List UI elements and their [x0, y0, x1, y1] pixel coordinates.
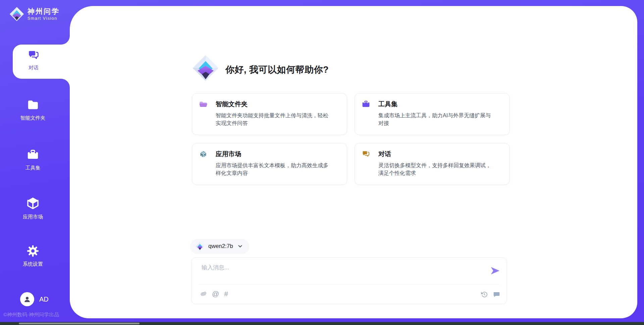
card-description: 灵活切换多模型文件，支持多样回复效果调试，满足个性化需求	[378, 161, 496, 177]
horizontal-scrollbar[interactable]	[0, 322, 644, 325]
brand-text: 神州问学 Smart Vision	[28, 7, 60, 21]
app-name: 神州问学	[28, 7, 60, 15]
greeting-title: 你好, 我可以如何帮助你?	[225, 64, 329, 76]
folder-icon	[26, 98, 40, 111]
sidebar-item-settings[interactable]: 系统设置	[0, 245, 66, 267]
sidebar-item-label: 对话	[16, 65, 51, 71]
card-title: 对话	[378, 150, 391, 158]
message-input[interactable]	[201, 263, 484, 283]
sidebar-item-smart-folder[interactable]: 智能文件夹	[0, 98, 66, 121]
copyright-text: ©神州数码·神州问学出品	[3, 312, 59, 318]
cube-icon	[199, 150, 208, 158]
card-header: 对话	[362, 150, 503, 158]
feature-cards: 智能文件夹 智能文件夹功能支持批量文件上传与清洗，轻松实现文件问答 工具集 集成…	[192, 93, 510, 185]
chat-icon	[27, 49, 40, 62]
paperclip-icon[interactable]	[200, 290, 207, 297]
card-toolset[interactable]: 工具集 集成市场上主流工具，助力AI与外界无缝扩展与对接	[355, 93, 510, 135]
briefcase-icon	[362, 100, 370, 109]
composer-divider	[199, 284, 499, 284]
card-smart-folder[interactable]: 智能文件夹 智能文件夹功能支持批量文件上传与清洗，轻松实现文件问答	[192, 93, 347, 135]
sidebar-item-label: 智能文件夹	[0, 115, 66, 121]
briefcase-icon	[26, 148, 39, 161]
welcome-logo-icon	[192, 55, 219, 81]
cube-icon	[26, 196, 40, 210]
sidebar-item-app-market[interactable]: 应用市场	[0, 196, 66, 220]
avatar	[20, 292, 34, 306]
chevron-down-icon	[237, 243, 243, 249]
composer-right-tools	[481, 291, 500, 298]
card-header: 工具集	[362, 100, 503, 109]
model-name: qwen2:7b	[208, 243, 233, 250]
card-title: 工具集	[378, 100, 397, 109]
history-icon[interactable]	[481, 291, 488, 298]
card-chat[interactable]: 对话 灵活切换多模型文件，支持多样回复效果调试，满足个性化需求	[355, 143, 510, 185]
user-initials: AD	[39, 296, 49, 303]
card-header: 智能文件夹	[199, 100, 340, 109]
sidebar-item-label: 应用市场	[0, 214, 66, 220]
card-title: 智能文件夹	[216, 100, 248, 109]
app-tagline: Smart Vision	[28, 16, 60, 21]
scrollbar-thumb[interactable]	[19, 323, 140, 324]
chat-log-icon[interactable]	[493, 291, 500, 298]
sidebar-item-toolset[interactable]: 工具集	[0, 148, 66, 171]
sidebar-item-label: 工具集	[0, 165, 66, 171]
send-icon[interactable]	[490, 266, 500, 276]
model-logo-icon	[196, 242, 204, 251]
at-icon[interactable]: @	[212, 290, 219, 298]
user-account[interactable]: AD	[20, 292, 49, 306]
hash-icon[interactable]: #	[224, 290, 228, 298]
card-description: 应用市场提供丰富长文本模板，助力高效生成多样化文章内容	[216, 161, 333, 177]
card-description: 智能文件夹功能支持批量文件上传与清洗，轻松实现文件问答	[216, 112, 333, 127]
card-description: 集成市场上主流工具，助力AI与外界无缝扩展与对接	[378, 112, 496, 127]
sidebar-item-label: 系统设置	[0, 261, 66, 267]
chat-icon	[362, 150, 370, 158]
card-header: 应用市场	[199, 150, 340, 158]
app-logo: 神州问学 Smart Vision	[9, 7, 60, 21]
model-selector[interactable]: qwen2:7b	[190, 239, 249, 254]
app-window: 神州问学 Smart Vision 对话 智能文件夹 工具集 应用市场	[0, 0, 644, 325]
folder-icon	[199, 100, 208, 109]
sidebar-item-chat[interactable]: 对话	[16, 49, 51, 71]
card-app-market[interactable]: 应用市场 应用市场提供丰富长文本模板，助力高效生成多样化文章内容	[192, 143, 347, 185]
composer-tools: @ #	[200, 290, 228, 298]
card-title: 应用市场	[216, 150, 241, 158]
brand-diamond-icon	[9, 7, 24, 21]
person-icon	[23, 295, 32, 304]
gear-icon	[26, 245, 39, 257]
message-composer: @ #	[191, 257, 507, 304]
